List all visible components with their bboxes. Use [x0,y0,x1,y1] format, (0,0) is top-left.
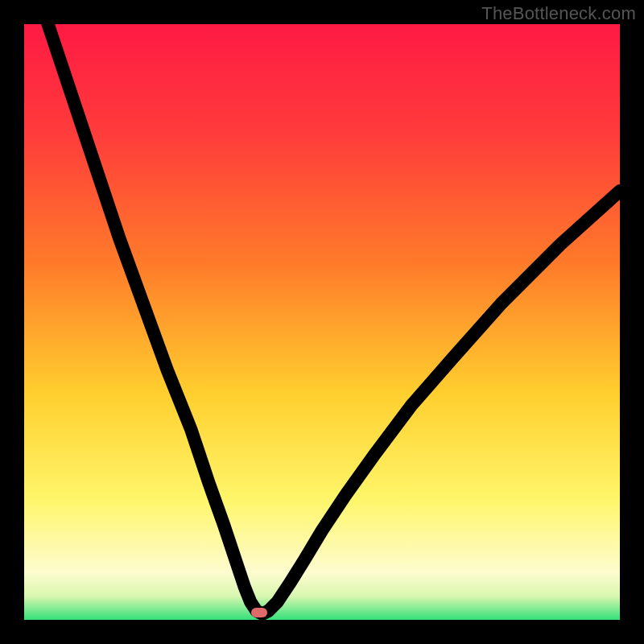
watermark-text: TheBottleneck.com [481,3,636,24]
bottleneck-curve-svg [24,24,620,620]
bottleneck-curve [48,24,620,614]
optimal-point-marker [251,608,267,617]
chart-frame: TheBottleneck.com [0,0,644,644]
plot-area [24,24,620,620]
